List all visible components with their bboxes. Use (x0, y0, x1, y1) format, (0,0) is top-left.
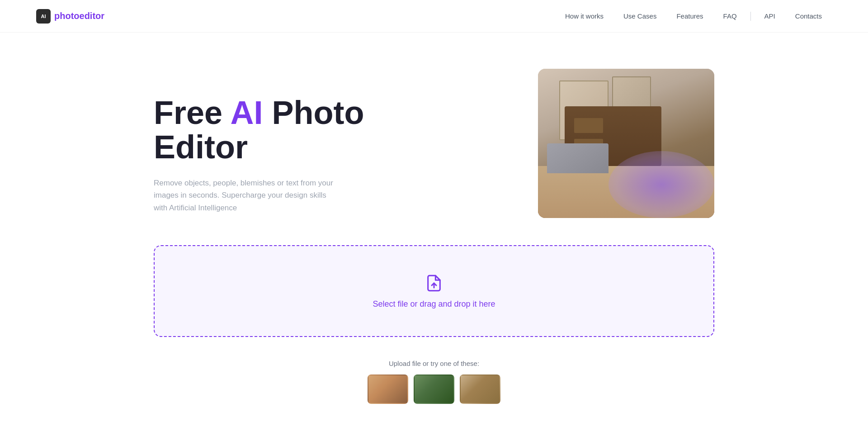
hero-subtitle: Remove objects, people, blemishes or tex… (154, 177, 335, 214)
hero-content: Free AI PhotoEditor Remove objects, peop… (154, 69, 407, 214)
sample-images-row (154, 375, 714, 404)
logo-link[interactable]: AI photoeditor (36, 9, 104, 24)
nav-item-api[interactable]: API (755, 12, 785, 20)
upload-dropzone[interactable]: Select file or drag and drop it here (154, 245, 714, 337)
nav-item-how-it-works[interactable]: How it works (555, 12, 613, 20)
nav-item-features[interactable]: Features (666, 12, 713, 20)
logo-text: photoeditor (54, 11, 104, 21)
nav-links: How it works Use Cases Features FAQ API … (555, 12, 832, 21)
nav-divider (747, 12, 755, 21)
hero-image-container (524, 69, 714, 218)
sample-image-1[interactable] (368, 375, 408, 404)
hero-title: Free AI PhotoEditor (154, 96, 407, 164)
hero-title-free: Free (154, 95, 230, 131)
nav-item-faq[interactable]: FAQ (713, 12, 747, 20)
hero-title-ai: AI (230, 95, 263, 131)
sample-label: Upload file or try one of these: (154, 360, 714, 367)
laptop (547, 143, 609, 173)
nav-link-how-it-works[interactable]: How it works (555, 9, 613, 24)
sample-image-2[interactable] (414, 375, 454, 404)
sample-image-3[interactable] (460, 375, 500, 404)
nav-link-faq[interactable]: FAQ (713, 9, 747, 24)
upload-label: Select file or drag and drop it here (373, 299, 495, 309)
nav-item-use-cases[interactable]: Use Cases (613, 12, 666, 20)
upload-section: Select file or drag and drop it here (118, 236, 750, 355)
hero-section: Free AI PhotoEditor Remove objects, peop… (118, 33, 750, 236)
upload-icon (424, 273, 444, 293)
logo-icon: AI (36, 9, 51, 24)
nav-link-api[interactable]: API (755, 9, 785, 24)
nav-item-contacts[interactable]: Contacts (785, 12, 832, 20)
nav-link-contacts[interactable]: Contacts (785, 9, 832, 24)
hero-image (538, 69, 714, 218)
sample-section: Upload file or try one of these: (118, 355, 750, 422)
nav-link-features[interactable]: Features (666, 9, 713, 24)
nav-link-use-cases[interactable]: Use Cases (613, 9, 666, 24)
room-background (538, 69, 714, 218)
navbar: AI photoeditor How it works Use Cases Fe… (0, 0, 868, 33)
purple-overlay (609, 151, 714, 218)
